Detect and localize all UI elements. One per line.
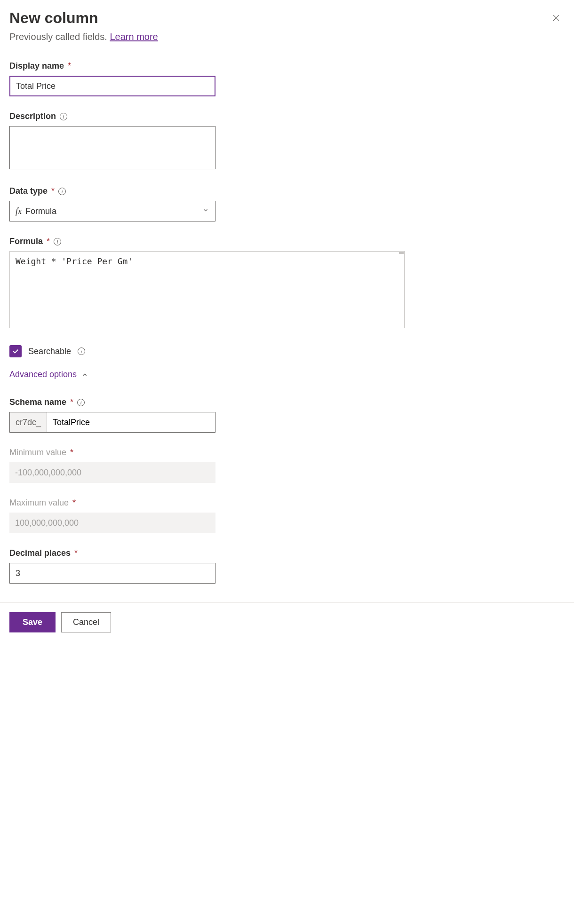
chevron-down-icon	[202, 207, 209, 215]
save-button[interactable]: Save	[9, 612, 56, 632]
advanced-options-toggle[interactable]: Advanced options	[9, 370, 565, 379]
decimal-places-label: Decimal places*	[9, 548, 565, 558]
panel-subtitle: Previously called fields. Learn more	[9, 32, 565, 42]
divider	[0, 602, 574, 603]
info-icon[interactable]: i	[77, 399, 85, 406]
formula-label: Formula* i	[9, 237, 565, 246]
schema-name-input[interactable]	[47, 412, 215, 432]
scroll-indicator	[399, 252, 404, 254]
data-type-label: Data type* i	[9, 186, 565, 196]
display-name-input[interactable]	[9, 76, 215, 96]
schema-name-label: Schema name* i	[9, 397, 565, 407]
searchable-checkbox[interactable]	[9, 345, 22, 357]
max-value-label: Maximum value*	[9, 498, 565, 508]
min-value-input: -100,000,000,000	[9, 462, 215, 483]
searchable-label: Searchable	[28, 347, 71, 356]
info-icon[interactable]: i	[58, 188, 66, 195]
description-label: Description i	[9, 111, 565, 121]
learn-more-link[interactable]: Learn more	[110, 32, 158, 42]
data-type-select[interactable]: fx Formula	[9, 201, 215, 221]
min-value-label: Minimum value*	[9, 448, 565, 458]
panel-title: New column	[9, 9, 98, 27]
chevron-up-icon	[81, 371, 88, 378]
close-button[interactable]	[548, 9, 565, 28]
description-input[interactable]	[9, 126, 215, 169]
info-icon[interactable]: i	[78, 347, 85, 355]
schema-prefix: cr7dc_	[10, 412, 47, 432]
formula-input[interactable]	[9, 251, 405, 328]
max-value-input: 100,000,000,000	[9, 513, 215, 533]
decimal-places-input[interactable]	[9, 563, 215, 584]
info-icon[interactable]: i	[54, 238, 61, 245]
check-icon	[12, 347, 19, 355]
display-name-label: Display name*	[9, 61, 565, 71]
cancel-button[interactable]: Cancel	[61, 612, 111, 632]
close-icon	[551, 13, 561, 23]
info-icon[interactable]: i	[60, 113, 67, 120]
fx-icon: fx	[16, 206, 22, 216]
